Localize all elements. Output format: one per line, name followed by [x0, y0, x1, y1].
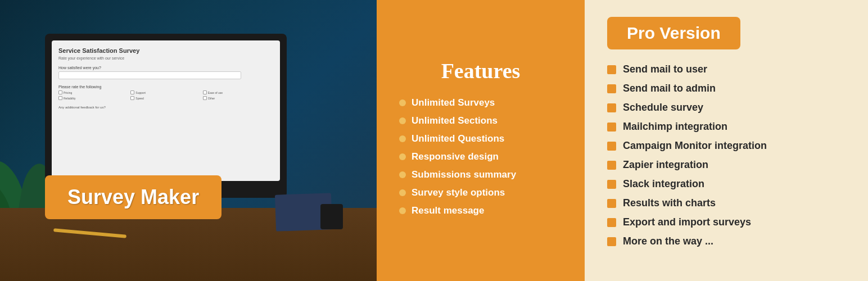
screen-label-1: How satisfied were you?: [58, 66, 273, 70]
list-item: Send mail to user: [607, 64, 846, 75]
screen-subtitle: Rate your experience with our service: [58, 56, 273, 60]
screen-title: Service Satisfaction Survey: [58, 47, 273, 54]
clock: [320, 204, 343, 229]
right-panel: Pro Version Send mail to user Send mail …: [585, 0, 868, 281]
list-item: Schedule survey: [607, 102, 846, 114]
features-title: Features: [441, 58, 521, 83]
list-item: Unlimited Sections: [399, 115, 562, 126]
pro-list: Send mail to user Send mail to admin Sch…: [607, 64, 846, 247]
bullet-icon: [399, 153, 406, 160]
bullet-icon: [399, 135, 406, 142]
monitor-screen: Service Satisfaction Survey Rate your ex…: [52, 40, 280, 181]
list-item: Results with charts: [607, 197, 846, 209]
pro-bullet-icon: [607, 65, 616, 74]
list-item: Campaign Monitor integration: [607, 140, 846, 152]
left-panel: Service Satisfaction Survey Rate your ex…: [0, 0, 377, 281]
list-item: Survey style options: [399, 187, 562, 198]
bullet-icon: [399, 117, 406, 124]
list-item: More on the way ...: [607, 235, 846, 247]
bullet-icon: [399, 189, 406, 196]
list-item: Mailchimp integration: [607, 121, 846, 133]
list-item: Responsive design: [399, 151, 562, 162]
list-item: Submissions summary: [399, 169, 562, 180]
list-item: Unlimited Questions: [399, 133, 562, 144]
screen-label-2: Please rate the following: [58, 85, 273, 89]
pro-version-badge: Pro Version: [607, 17, 740, 49]
pro-bullet-icon: [607, 84, 616, 93]
list-item: Export and import surveys: [607, 216, 846, 228]
list-item: Zapier integration: [607, 159, 846, 171]
survey-maker-label: Survey Maker: [45, 175, 221, 219]
bullet-icon: [399, 99, 406, 106]
pro-bullet-icon: [607, 180, 616, 189]
screen-feedback-label: Any additional feedback for us?: [58, 106, 273, 109]
middle-panel: Features Unlimited Surveys Unlimited Sec…: [377, 0, 585, 281]
pro-bullet-icon: [607, 161, 616, 170]
bullet-icon: [399, 207, 406, 214]
features-list: Unlimited Surveys Unlimited Sections Unl…: [399, 97, 562, 223]
list-item: Unlimited Surveys: [399, 97, 562, 108]
pro-bullet-icon: [607, 218, 616, 227]
pro-bullet-icon: [607, 142, 616, 151]
pro-bullet-icon: [607, 237, 616, 246]
list-item: Result message: [399, 205, 562, 216]
list-item: Slack integration: [607, 178, 846, 190]
pro-bullet-icon: [607, 199, 616, 208]
list-item: Send mail to admin: [607, 83, 846, 94]
pro-bullet-icon: [607, 123, 616, 132]
bullet-icon: [399, 171, 406, 178]
pro-bullet-icon: [607, 103, 616, 112]
